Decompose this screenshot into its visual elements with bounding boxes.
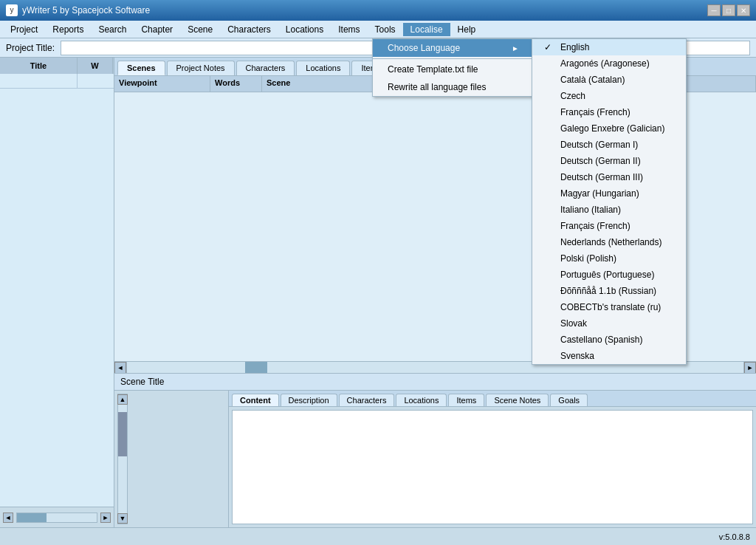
lang-label-portuguese: Português (Portuguese) — [560, 270, 654, 280]
col-header-viewpoint: Viewpoint — [114, 76, 210, 92]
menu-bar: Project Reports Search Chapter Scene Cha… — [0, 21, 756, 38]
col-header-w: W — [78, 58, 113, 74]
lang-french[interactable]: Français (French) — [532, 104, 686, 120]
lang-label-german1: Deutsch (German I) — [560, 140, 638, 150]
tab-project-notes[interactable]: Project Notes — [167, 61, 235, 75]
menu-localise[interactable]: Localise — [403, 23, 450, 36]
lang-label-english: English — [560, 42, 589, 52]
menu-tools[interactable]: Tools — [368, 23, 403, 36]
choose-language-label: Choose Language — [388, 43, 460, 53]
lang-netherlands[interactable]: Nederlands (Netherlands) — [532, 234, 686, 250]
lang-russian[interactable]: Ðõñññåå 1.1b (Russian) — [532, 283, 686, 299]
col-header-words: Words — [210, 76, 262, 92]
lang-german2[interactable]: Deutsch (German II) — [532, 153, 686, 169]
menu-items[interactable]: Items — [331, 23, 367, 36]
minimize-button[interactable]: ─ — [707, 4, 721, 16]
project-title-label: Project Title: — [6, 43, 55, 53]
lang-hungarian[interactable]: Magyar (Hungarian) — [532, 185, 686, 202]
v-scroll-up-btn[interactable]: ▲ — [117, 394, 128, 405]
menu-locations[interactable]: Locations — [278, 23, 331, 36]
bottom-tab-content[interactable]: Content — [232, 394, 279, 406]
lang-soviet[interactable]: COBECTb's translate (ru) — [532, 299, 686, 315]
bottom-content-area — [232, 410, 753, 524]
bottom-right-panel: Content Description Characters Locations… — [229, 391, 756, 527]
close-button[interactable]: ✕ — [737, 4, 750, 16]
lang-portuguese[interactable]: Português (Portuguese) — [532, 267, 686, 283]
app-title: yWriter 5 by Spacejock Software — [22, 5, 707, 16]
bottom-tabs: Content Description Characters Locations… — [229, 391, 756, 407]
lang-german1[interactable]: Deutsch (German I) — [532, 137, 686, 153]
menu-characters[interactable]: Characters — [220, 23, 278, 36]
lang-label-czech: Czech — [560, 91, 585, 101]
status-bar: v:5.0.8.8 — [0, 527, 756, 545]
v-scroll-down-btn[interactable]: ▼ — [117, 513, 128, 524]
h-scroll-left-btn[interactable]: ◄ — [114, 362, 126, 374]
menu-search[interactable]: Search — [91, 23, 134, 36]
scroll-right-btn[interactable]: ► — [100, 513, 111, 523]
lang-czech[interactable]: Czech — [532, 88, 686, 104]
lang-label-polish: Polski (Polish) — [560, 253, 616, 264]
bottom-tab-characters[interactable]: Characters — [339, 394, 395, 406]
lang-polish[interactable]: Polski (Polish) — [532, 250, 686, 267]
scroll-track[interactable] — [16, 513, 97, 523]
lang-french2[interactable]: Français (French) — [532, 218, 686, 234]
window-controls: ─ □ ✕ — [707, 4, 750, 16]
lang-label-italian: Italiano (Italian) — [560, 205, 621, 215]
dropdown-rewrite-all[interactable]: Rewrite all language files — [373, 78, 534, 96]
h-scroll-right-btn[interactable]: ► — [744, 362, 756, 374]
lang-english[interactable]: ✓ English — [532, 39, 686, 55]
bottom-tab-items[interactable]: Items — [448, 394, 484, 406]
bottom-tab-description[interactable]: Description — [281, 394, 337, 406]
col-header-title: Title — [0, 58, 78, 74]
choose-language-arrow: ► — [512, 44, 519, 52]
bottom-tab-scene-notes[interactable]: Scene Notes — [486, 394, 549, 406]
v-scroll-thumb — [118, 412, 127, 456]
lang-slovak[interactable]: Slovak — [532, 315, 686, 332]
dropdown-separator — [373, 58, 534, 59]
maximize-button[interactable]: □ — [722, 4, 735, 16]
version-text: v:5.0.8.8 — [719, 532, 750, 541]
lang-label-german2: Deutsch (German II) — [560, 156, 641, 166]
menu-reports[interactable]: Reports — [45, 23, 91, 36]
scene-title-text: Scene Title — [120, 377, 164, 387]
lang-swedish[interactable]: Svenska — [532, 348, 686, 364]
lang-catalan[interactable]: Català (Catalan) — [532, 72, 686, 88]
lang-label-galician: Galego Enxebre (Galician) — [560, 123, 664, 134]
lang-german3[interactable]: Deutsch (German III) — [532, 169, 686, 185]
tab-scenes[interactable]: Scenes — [117, 61, 165, 75]
lang-label-french: Français (French) — [560, 107, 630, 117]
title-bar: y yWriter 5 by Spacejock Software ─ □ ✕ — [0, 0, 756, 21]
lang-label-german3: Deutsch (German III) — [560, 172, 643, 182]
rewrite-all-label: Rewrite all language files — [388, 82, 486, 92]
menu-scene[interactable]: Scene — [180, 23, 220, 36]
app-icon: y — [6, 4, 18, 16]
tab-locations[interactable]: Locations — [296, 61, 350, 75]
lang-label-slovak: Slovak — [560, 318, 587, 329]
lang-check-english: ✓ — [544, 42, 556, 52]
scroll-thumb — [17, 513, 47, 522]
dropdown-choose-language[interactable]: Choose Language ► — [373, 39, 534, 57]
lang-italian[interactable]: Italiano (Italian) — [532, 202, 686, 218]
lang-label-swedish: Svenska — [560, 351, 594, 361]
menu-project[interactable]: Project — [3, 23, 45, 36]
language-submenu: ✓ English Aragonés (Aragonese) Català (C… — [532, 38, 687, 365]
create-template-label: Create Template.txt file — [388, 64, 478, 75]
lang-label-netherlands: Nederlands (Netherlands) — [560, 237, 662, 247]
lang-galician[interactable]: Galego Enxebre (Galician) — [532, 120, 686, 137]
h-scroll-thumb — [245, 362, 267, 374]
bottom-left-panel: ▲ ▼ — [114, 391, 229, 527]
dropdown-create-template[interactable]: Create Template.txt file — [373, 61, 534, 78]
lang-label-aragonese: Aragonés (Aragonese) — [560, 58, 650, 69]
bottom-tab-locations[interactable]: Locations — [396, 394, 447, 406]
lang-label-spanish: Castellano (Spanish) — [560, 335, 642, 345]
lang-spanish[interactable]: Castellano (Spanish) — [532, 332, 686, 348]
menu-help[interactable]: Help — [450, 23, 484, 36]
left-panel-list — [0, 74, 114, 507]
v-scroll-track[interactable] — [118, 405, 127, 513]
lang-aragonese[interactable]: Aragonés (Aragonese) — [532, 55, 686, 72]
scene-title-bar: Scene Title — [114, 373, 756, 391]
menu-chapter[interactable]: Chapter — [134, 23, 180, 36]
bottom-tab-goals[interactable]: Goals — [550, 394, 588, 406]
tab-characters[interactable]: Characters — [236, 61, 295, 75]
scroll-left-btn[interactable]: ◄ — [3, 513, 13, 523]
